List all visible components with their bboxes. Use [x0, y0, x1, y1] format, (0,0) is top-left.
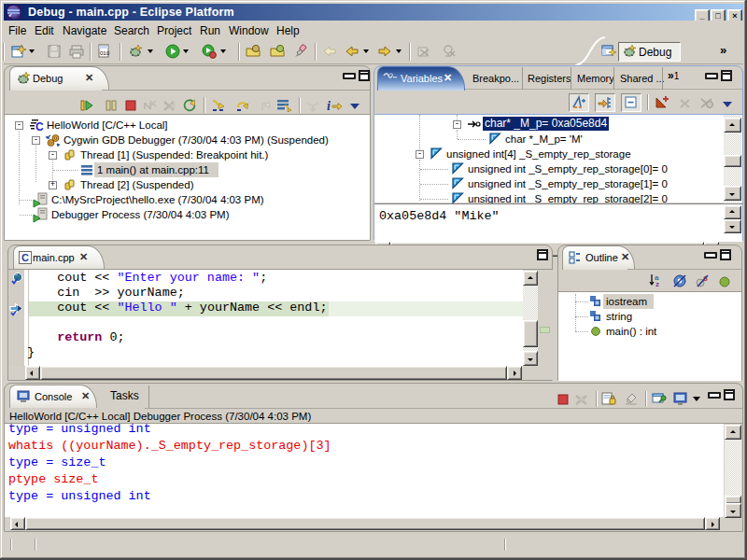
svg-text:010: 010: [100, 50, 110, 56]
svg-text:i: i: [327, 99, 331, 113]
svg-text:z: z: [655, 280, 659, 288]
svg-text:C: C: [21, 252, 29, 263]
svg-text:C: C: [35, 120, 44, 133]
